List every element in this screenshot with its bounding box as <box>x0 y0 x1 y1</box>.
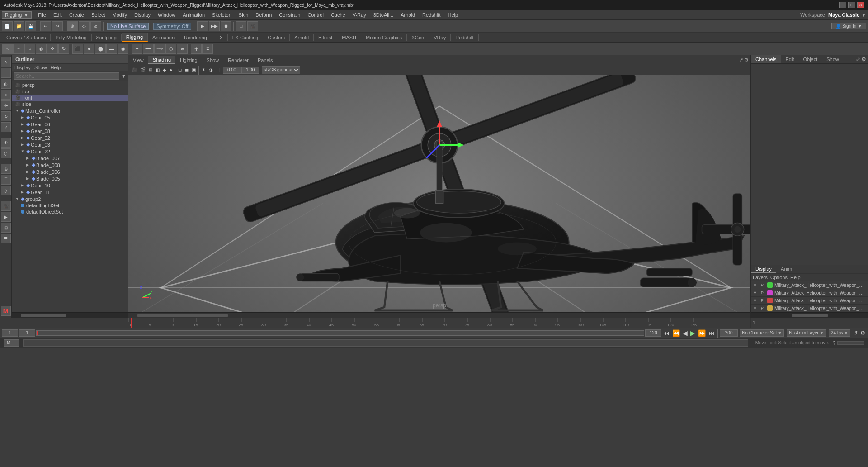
outliner-help[interactable]: Help <box>51 65 61 70</box>
lt-camera[interactable]: 🎥 <box>1 201 11 211</box>
tab-animation[interactable]: Animation <box>148 34 179 41</box>
mel-python-toggle[interactable]: MEL <box>4 339 19 347</box>
mode-selector[interactable]: Rigging ▼ <box>2 11 32 19</box>
vp-tab-renderer[interactable]: Renderer <box>223 57 253 64</box>
poly-plane[interactable]: ▬ <box>106 44 117 54</box>
menu-display[interactable]: Display <box>131 11 154 19</box>
rp-tab-object[interactable]: Object <box>798 55 822 63</box>
close-button[interactable]: ✕ <box>857 2 864 8</box>
gear10-expand[interactable]: ▶ <box>21 183 25 187</box>
skin-cluster[interactable]: ⬡ <box>165 44 176 54</box>
paint-select[interactable]: ○ <box>24 44 35 54</box>
tab-poly-modeling[interactable]: Poly Modeling <box>51 34 91 41</box>
outliner-hscrollbar[interactable] <box>12 312 128 318</box>
select-tool[interactable]: ◇ <box>79 21 90 31</box>
pb-settings-btn[interactable]: ⚙ <box>859 330 866 336</box>
lt-m-icon[interactable]: M <box>1 306 11 316</box>
no-live-surface-btn[interactable]: No Live Surface <box>107 23 149 30</box>
snap-toggle[interactable]: ⊕ <box>67 21 78 31</box>
blade005-expand[interactable]: ▶ <box>26 176 31 181</box>
vp-tab-shading[interactable]: Shading <box>148 56 175 64</box>
vp-tb-light[interactable]: ☀ <box>200 67 207 73</box>
lasso-tool[interactable]: ⌀ <box>90 21 101 31</box>
lt-scale[interactable]: ⤢ <box>1 122 11 132</box>
layers-btn[interactable]: Layers <box>753 275 768 280</box>
menu-deform[interactable]: Deform <box>252 11 275 19</box>
vp-tb-film[interactable]: 🎬 <box>139 67 147 73</box>
maximize-button[interactable]: □ <box>848 2 855 8</box>
tree-item-front[interactable]: 🎥 front <box>12 95 128 101</box>
vp-tb-shading1[interactable]: ◧ <box>154 67 161 73</box>
tab-bifrost[interactable]: Bifrost <box>314 34 337 41</box>
vp-tb-smooth[interactable]: ◼ <box>184 67 190 73</box>
start-frame-input[interactable] <box>19 329 35 337</box>
tree-item-gear22[interactable]: ▼ ◆ Gear_22 <box>12 148 128 155</box>
tab-vray[interactable]: VRay <box>429 34 451 41</box>
vp-tb-shading3[interactable]: ● <box>168 67 174 73</box>
lt-grid[interactable]: ⊞ <box>1 223 11 233</box>
gear22-expand[interactable]: ▼ <box>21 149 25 153</box>
layer-row-2[interactable]: V P Military_Attack_Helicopter_with_Weap… <box>751 289 868 297</box>
lt-show-hide[interactable]: 👁 <box>1 138 11 148</box>
menu-vray[interactable]: V-Ray <box>349 11 370 19</box>
paint-weights[interactable]: ☻ <box>177 44 188 54</box>
gear05-expand[interactable]: ▶ <box>21 115 25 119</box>
ik-spline[interactable]: ⟿ <box>154 44 165 54</box>
tree-item-blade008[interactable]: ▶ ◆ Blade_008 <box>12 162 128 168</box>
tree-item-blade006[interactable]: ▶ ◆ Blade_006 <box>12 168 128 175</box>
tab-display[interactable]: Display <box>751 265 776 273</box>
right-hscrollbar[interactable] <box>751 312 868 318</box>
menu-skin[interactable]: Skin <box>235 11 252 19</box>
viewport-btn[interactable]: □ <box>236 21 246 31</box>
vp-color-space-select[interactable]: sRGB gamma <box>262 66 300 74</box>
move-tool[interactable]: ✛ <box>47 44 58 54</box>
lt-snap-curve[interactable]: ⌒ <box>1 175 11 185</box>
sign-in-button[interactable]: 👤 Sign In ▼ <box>831 23 866 29</box>
menu-cache[interactable]: Cache <box>327 11 349 19</box>
outliner-display[interactable]: Display <box>14 65 31 70</box>
lt-select[interactable]: ↖ <box>1 57 11 67</box>
minimize-button[interactable]: ─ <box>839 2 846 8</box>
lt-rotate[interactable]: ↻ <box>1 111 11 121</box>
timeline-ruler[interactable]: 1 5 10 15 20 25 30 35 40 45 50 55 60 <box>128 318 750 328</box>
no-anim-layer-selector[interactable]: No Anim Layer ▼ <box>787 329 826 337</box>
layer-p4[interactable]: P <box>761 306 765 310</box>
search-input[interactable] <box>14 72 119 80</box>
tab-sculpting[interactable]: Sculpting <box>92 34 122 41</box>
rp-tab-channels[interactable]: Channels <box>751 55 781 63</box>
group2-expand[interactable]: ▼ <box>15 197 20 201</box>
tree-item-default-obj[interactable]: defaultObjectSet <box>12 209 128 215</box>
vp-tb-camera[interactable]: 🎥 <box>130 67 138 73</box>
tree-item-gear05[interactable]: ▶ ◆ Gear_05 <box>12 114 128 121</box>
range-end-input[interactable] <box>720 329 738 337</box>
fps-selector[interactable]: 24 fps ▼ <box>829 329 850 337</box>
menu-redshift[interactable]: Redshift <box>419 11 444 19</box>
tab-arnold[interactable]: Arnold <box>290 34 314 41</box>
play-fwd-btn[interactable]: ▶ <box>689 329 696 337</box>
play-back-btn[interactable]: ◀ <box>682 329 689 337</box>
poly-sphere[interactable]: ● <box>84 44 94 54</box>
end-frame-input[interactable] <box>645 329 661 337</box>
tab-curves-surfaces[interactable]: Curves / Surfaces <box>2 34 51 41</box>
poly-cylinder[interactable]: ⬤ <box>95 44 106 54</box>
rp-tab-show[interactable]: Show <box>822 55 844 63</box>
layer-row-1[interactable]: V P Military_Attack_Helicopter_with_Weap… <box>751 281 868 289</box>
lt-lasso[interactable]: ⋯ <box>1 68 11 78</box>
tab-rendering[interactable]: Rendering <box>179 34 212 41</box>
tab-custom[interactable]: Custom <box>263 34 290 41</box>
gear06-expand[interactable]: ▶ <box>21 122 25 126</box>
timeline-area[interactable]: 1 5 10 15 20 25 30 35 40 45 50 55 60 <box>0 318 868 328</box>
vp-tab-panels[interactable]: Panels <box>253 57 278 64</box>
step-back-btn[interactable]: ⏪ <box>671 329 681 337</box>
rp-settings-icon[interactable]: ⚙ <box>861 56 866 62</box>
playback-range-bar[interactable] <box>36 330 644 336</box>
menu-create[interactable]: Create <box>66 11 88 19</box>
gear08-expand[interactable]: ▶ <box>21 129 25 133</box>
viewport-canvas[interactable]: persp Y X Z <box>128 75 750 312</box>
tree-item-top[interactable]: 🎥 top <box>12 88 128 95</box>
right-hscroll-thumb[interactable] <box>792 314 828 317</box>
tree-item-side[interactable]: 🎥 side <box>12 101 128 107</box>
tab-fx[interactable]: FX <box>212 34 228 41</box>
layer-p3[interactable]: P <box>761 298 765 303</box>
main-ctrl-expand[interactable]: ▼ <box>15 109 20 113</box>
